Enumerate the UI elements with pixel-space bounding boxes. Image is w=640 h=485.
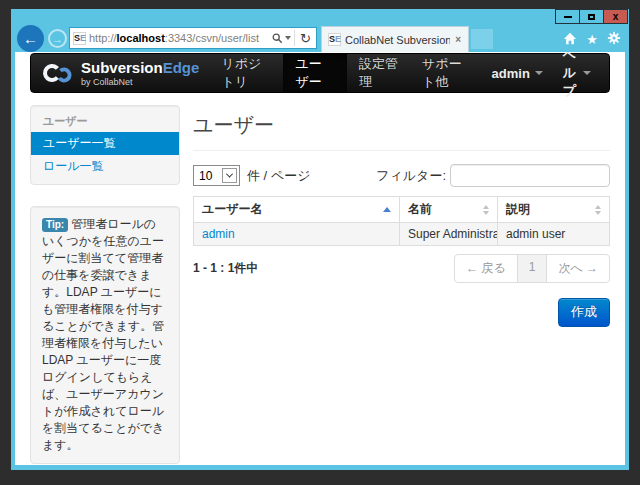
filter-label: フィルター: [376, 167, 446, 185]
tab-close-icon[interactable]: × [454, 34, 462, 45]
column-header-description[interactable]: 説明 [498, 197, 610, 223]
main-panel: ユーザー 10 件 / ページ フィルター: [180, 105, 610, 464]
pagination-prev[interactable]: ← 戻る [455, 255, 517, 282]
tip-badge: Tip: [42, 218, 68, 232]
home-icon [563, 32, 577, 45]
sidebar-section-header: ユーザー [31, 112, 179, 132]
actions-row: 作成 [193, 298, 610, 327]
record-count: 1 - 1 : 1件中 [193, 260, 258, 277]
search-icon [272, 33, 283, 44]
new-tab-button[interactable] [471, 29, 493, 49]
tip-text: 管理者ロールのいくつかを任意のユーザーに割当てて管理者の仕事を委譲できます。LD… [42, 217, 164, 452]
content-area: ユーザー ユーザー一覧 ロール一覧 Tip:管理者ロールのいくつかを任意のユーザ… [30, 93, 610, 464]
pagination: ← 戻る 1 次へ → [454, 254, 610, 283]
brand-text: SubversionEdge by CollabNet [81, 60, 199, 87]
sort-unsorted-icon [483, 205, 489, 215]
nav-item-repositories[interactable]: リポジトリ [209, 54, 283, 92]
page-viewport: SubversionEdge by CollabNet リポジトリ ユーザー 設… [15, 52, 625, 465]
tip-box: Tip:管理者ロールのいくつかを任意のユーザーに割当てて管理者の仕事を委譲できま… [30, 206, 180, 464]
nav-item-support[interactable]: サポート他 [410, 54, 484, 92]
main-menu: リポジトリ ユーザー 設定管理 サポート他 [209, 54, 483, 92]
minimize-icon [564, 16, 572, 18]
url-text: http://localhost:3343/csvn/user/list [89, 32, 269, 44]
back-button[interactable]: ← [17, 25, 44, 52]
nav-item-settings[interactable]: 設定管理 [347, 54, 410, 92]
navbar-right: admin ヘルプ [484, 52, 609, 100]
per-page-label: 件 / ページ [247, 167, 310, 185]
create-button[interactable]: 作成 [558, 298, 610, 327]
select-arrow-box [222, 168, 237, 183]
table-row: admin Super Administrator admin user [194, 223, 610, 246]
divider [294, 30, 295, 46]
site-favicon: SE [73, 32, 86, 45]
users-table: ユーザー名 名前 説明 [193, 196, 610, 246]
refresh-button[interactable]: ↻ [298, 32, 313, 45]
favorites-button[interactable]: ★ [586, 33, 598, 46]
caret-down-icon [583, 71, 591, 75]
caret-down-icon [535, 71, 543, 75]
sidebar-nav: ユーザー ユーザー一覧 ロール一覧 [30, 105, 180, 185]
browser-tab[interactable]: SE CollabNet Subversion Ed... × [321, 26, 469, 52]
chevron-down-icon [226, 171, 233, 178]
column-header-username[interactable]: ユーザー名 [194, 197, 400, 223]
cell-username: admin [194, 223, 400, 246]
cell-description: admin user [498, 223, 610, 246]
close-icon: x [613, 11, 619, 22]
table-controls: 10 件 / ページ フィルター: [193, 164, 610, 187]
filter-input[interactable] [450, 164, 610, 187]
table-header-row: ユーザー名 名前 説明 [194, 197, 610, 223]
pagination-next[interactable]: 次へ → [546, 255, 609, 282]
sidebar-item-role-list[interactable]: ロール一覧 [31, 155, 179, 178]
forward-button[interactable]: → [48, 29, 67, 48]
refresh-icon: ↻ [300, 31, 311, 46]
nav-item-users[interactable]: ユーザー [283, 54, 347, 92]
per-page-value: 10 [199, 169, 212, 183]
gear-icon [607, 31, 621, 45]
pagination-current-page[interactable]: 1 [517, 255, 547, 282]
home-button[interactable] [563, 32, 577, 47]
page-title: ユーザー [193, 112, 610, 139]
sidebar-item-user-list[interactable]: ユーザー一覧 [31, 132, 179, 155]
app-navbar: SubversionEdge by CollabNet リポジトリ ユーザー 設… [30, 53, 610, 93]
browser-action-icons: ★ [563, 31, 621, 47]
cloud-logo-icon [40, 61, 74, 85]
browser-toolbar: ← → SE http://localhost:3343/csvn/user/l… [11, 25, 629, 52]
help-dropdown[interactable]: ヘルプ [555, 52, 599, 100]
tab-favicon: SE [328, 33, 341, 46]
maximize-button[interactable] [579, 9, 604, 24]
per-page-select[interactable]: 10 [193, 165, 240, 186]
minimize-button[interactable] [555, 9, 580, 24]
browser-window: x ← → SE http://localhost:3343/csvn/user… [11, 9, 629, 470]
admin-dropdown[interactable]: admin [484, 52, 551, 100]
window-controls: x [556, 9, 628, 24]
star-icon: ★ [586, 32, 598, 47]
back-icon: ← [23, 30, 38, 47]
sort-ascending-icon [383, 207, 391, 212]
sort-unsorted-icon [595, 205, 601, 215]
tools-button[interactable] [607, 31, 621, 47]
search-button[interactable] [272, 33, 291, 44]
table-footer: 1 - 1 : 1件中 ← 戻る 1 次へ → [193, 254, 610, 283]
maximize-icon [588, 14, 595, 20]
sidebar: ユーザー ユーザー一覧 ロール一覧 Tip:管理者ロールのいくつかを任意のユーザ… [30, 105, 180, 464]
tab-title: CollabNet Subversion Ed... [345, 34, 450, 46]
address-bar[interactable]: SE http://localhost:3343/csvn/user/list … [69, 27, 317, 49]
close-button[interactable]: x [603, 9, 628, 24]
forward-icon: → [52, 33, 63, 45]
brand-byline: by CollabNet [81, 78, 199, 87]
user-link[interactable]: admin [202, 227, 235, 241]
cell-name: Super Administrator [400, 223, 498, 246]
brand-logo[interactable]: SubversionEdge by CollabNet [31, 60, 209, 87]
search-caret-icon [285, 36, 291, 40]
divider [193, 150, 610, 151]
column-header-name[interactable]: 名前 [400, 197, 498, 223]
